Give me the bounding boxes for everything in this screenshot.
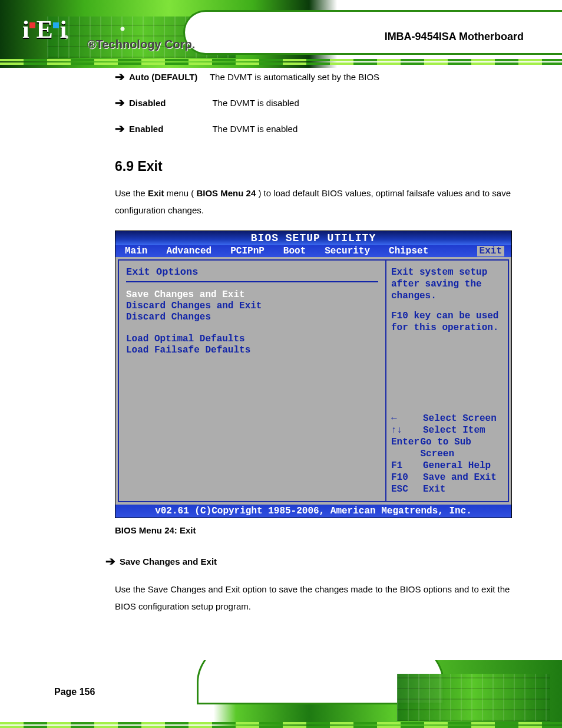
subsection-title: Save Changes and Exit xyxy=(120,556,217,566)
header-stripe xyxy=(0,62,562,65)
option-name: Disabled xyxy=(129,98,166,108)
brand-logo: i E i ®Technology Corp. xyxy=(22,15,65,44)
key-name: ↑↓ xyxy=(391,424,423,436)
footer-banner: Page 156 xyxy=(0,660,562,728)
divider xyxy=(126,281,378,282)
option-name: Auto (DEFAULT) xyxy=(129,72,197,82)
figure-caption: BIOS Menu 24: Exit xyxy=(115,525,512,535)
bios-tab-chipset[interactable]: Chipset xyxy=(379,246,438,256)
pcb-decor-bottom xyxy=(397,674,550,721)
header-banner: i E i ®Technology Corp. IMBA-9454ISA Mot… xyxy=(0,0,562,68)
brand-suffix: ®Technology Corp. xyxy=(87,38,195,51)
subsection-paragraph: Use the Save Changes and Exit option to … xyxy=(115,581,512,615)
option-row: ➔ Disabled The DVMT is disabled xyxy=(115,97,512,110)
bios-tab-security[interactable]: Security xyxy=(315,246,379,256)
bios-option-discard[interactable]: Discard Changes xyxy=(126,312,378,322)
bios-help-text: Exit system setup after saving the chang… xyxy=(391,266,503,342)
arrow-right-icon: ➔ xyxy=(115,71,129,83)
option-desc: The DVMT is enabled xyxy=(212,124,297,134)
logo-dot-red-icon xyxy=(29,22,35,28)
arrow-right-icon: ➔ xyxy=(105,555,120,567)
option-row: ➔ Enabled The DVMT is enabled xyxy=(115,123,512,136)
section-title: Exit xyxy=(137,159,162,174)
key-desc: Select Screen xyxy=(423,413,497,424)
bios-pane-heading: Exit Options xyxy=(126,266,378,278)
option-desc: The DVMT is automatically set by the BIO… xyxy=(210,72,379,82)
para-text: menu ( xyxy=(167,188,194,198)
bios-option-save-exit[interactable]: Save Changes and Exit xyxy=(126,289,378,300)
key-desc: Save and Exit xyxy=(423,472,497,483)
key-name: ← xyxy=(391,413,423,424)
menu-name: Exit xyxy=(148,188,164,198)
bios-tab-advanced[interactable]: Advanced xyxy=(157,246,221,256)
bios-help-line: Exit system setup after saving the chang… xyxy=(391,266,503,302)
para-text: Use the xyxy=(115,188,148,198)
bios-left-pane: Exit Options Save Changes and Exit Disca… xyxy=(118,259,385,502)
key-desc: Exit xyxy=(423,483,445,495)
bios-screenshot: BIOS SETUP UTILITY Main Advanced PCIPnP … xyxy=(115,230,512,518)
bios-tab-exit[interactable]: Exit xyxy=(477,246,504,256)
section-paragraph: Use the Exit menu ( BIOS Menu 24 ) to lo… xyxy=(115,185,512,219)
bios-tab-pcipnp[interactable]: PCIPnP xyxy=(221,246,274,256)
section-number: 6.9 xyxy=(115,159,134,174)
subsection-row: ➔ Save Changes and Exit xyxy=(105,555,512,568)
key-name: F1 xyxy=(391,460,423,472)
key-desc: General Help xyxy=(423,460,491,472)
bios-tab-boot[interactable]: Boot xyxy=(274,246,315,256)
option-desc: The DVMT is disabled xyxy=(212,98,299,108)
option-row: ➔ Auto (DEFAULT) The DVMT is automatical… xyxy=(115,71,512,84)
bios-option-discard-exit[interactable]: Discard Changes and Exit xyxy=(126,301,378,311)
logo-dot-blue-icon xyxy=(53,22,59,28)
logo-letter: E xyxy=(37,15,52,44)
footer-stripe xyxy=(0,722,562,724)
key-name: F10 xyxy=(391,472,423,483)
logo-letter: i xyxy=(60,15,66,44)
bios-option-load-failsafe[interactable]: Load Failsafe Defaults xyxy=(126,345,378,355)
bios-right-pane: Exit system setup after saving the chang… xyxy=(385,259,509,502)
bios-option-load-optimal[interactable]: Load Optimal Defaults xyxy=(126,334,378,344)
page-content: ➔ Auto (DEFAULT) The DVMT is automatical… xyxy=(115,71,512,627)
bios-menu-bar: Main Advanced PCIPnP Boot Security Chips… xyxy=(115,245,511,257)
figure-ref: BIOS Menu 24 xyxy=(196,188,256,198)
bios-key-legend: ←Select Screen ↑↓Select Item EnterGo to … xyxy=(391,413,503,495)
logo-letter: i xyxy=(22,15,28,44)
key-name: ESC xyxy=(391,483,423,495)
key-name: Enter xyxy=(391,436,420,460)
key-desc: Select Item xyxy=(423,424,485,436)
key-desc: Go to Sub Screen xyxy=(420,436,503,460)
arrow-right-icon: ➔ xyxy=(115,123,129,134)
bios-help-line: F10 key can be used for this operation. xyxy=(391,310,503,334)
header-stripe xyxy=(0,59,562,61)
bios-body: Exit Options Save Changes and Exit Disca… xyxy=(115,257,511,505)
bios-title: BIOS SETUP UTILITY xyxy=(115,231,511,245)
bios-footer: v02.61 (C)Copyright 1985-2006, American … xyxy=(115,505,511,518)
page-number: Page 156 xyxy=(54,687,95,697)
option-name: Enabled xyxy=(129,124,163,134)
bios-tab-main[interactable]: Main xyxy=(115,246,157,256)
arrow-right-icon: ➔ xyxy=(115,97,129,108)
footer-stripe xyxy=(0,726,562,728)
section-heading: 6.9 Exit xyxy=(115,159,512,174)
product-title: IMBA-9454ISA Motherboard xyxy=(385,31,524,43)
